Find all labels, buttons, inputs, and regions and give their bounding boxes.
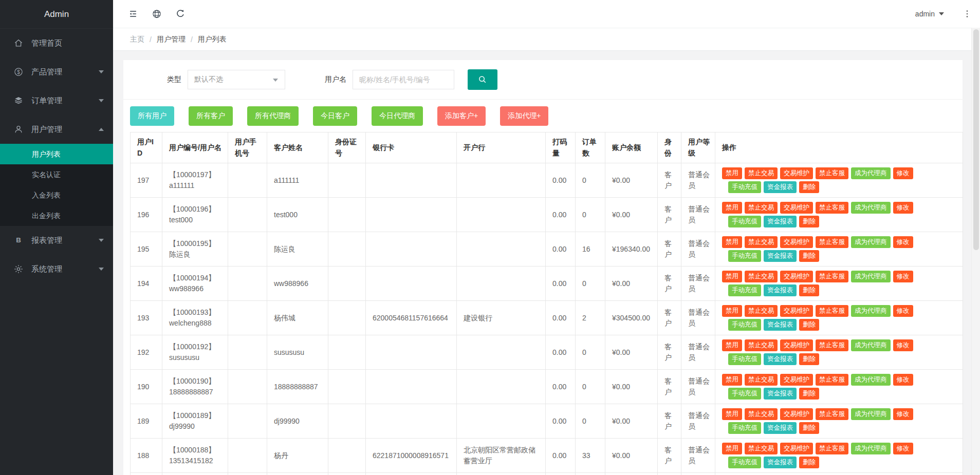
ban-service-button[interactable]: 禁止客服 (816, 305, 848, 317)
edit-button[interactable]: 修改 (893, 339, 913, 351)
delete-button[interactable]: 删除 (799, 422, 819, 434)
edit-button[interactable]: 修改 (893, 202, 913, 214)
fund-report-button[interactable]: 资金报表 (764, 457, 797, 468)
sidebar-subitem-deposit-list[interactable]: 入金列表 (0, 185, 113, 205)
breadcrumb-item[interactable]: 用户管理 (157, 35, 186, 44)
sidebar-item-users[interactable]: 用户管理 (0, 115, 113, 144)
delete-button[interactable]: 删除 (799, 284, 819, 296)
ban-service-button[interactable]: 禁止客服 (816, 408, 848, 420)
trade-maintenance-button[interactable]: 交易维护 (780, 271, 813, 282)
disable-button[interactable]: 禁用 (722, 202, 742, 214)
ban-trade-button[interactable]: 禁止交易 (745, 374, 778, 386)
fund-report-button[interactable]: 资金报表 (764, 250, 797, 262)
all-customers-button[interactable]: 所有客户 (189, 106, 233, 126)
menu-fold-icon[interactable] (121, 0, 145, 28)
manual-recharge-button[interactable]: 手动充值 (728, 216, 761, 227)
kebab-menu-icon[interactable] (959, 0, 975, 28)
fund-report-button[interactable]: 资金报表 (764, 353, 797, 365)
manual-recharge-button[interactable]: 手动充值 (728, 181, 761, 193)
sidebar-subitem-user-list[interactable]: 用户列表 (0, 144, 113, 164)
fund-report-button[interactable]: 资金报表 (764, 422, 797, 434)
today-customers-button[interactable]: 今日客户 (313, 106, 357, 126)
ban-service-button[interactable]: 禁止客服 (816, 202, 848, 214)
sidebar-subitem-withdraw-list[interactable]: 出金列表 (0, 205, 113, 226)
become-agent-button[interactable]: 成为代理商 (851, 236, 891, 248)
breadcrumb-item[interactable]: 用户列表 (198, 35, 227, 44)
fund-report-button[interactable]: 资金报表 (764, 216, 797, 227)
breadcrumb-item[interactable]: 主页 (130, 35, 144, 44)
fund-report-button[interactable]: 资金报表 (764, 284, 797, 296)
edit-button[interactable]: 修改 (893, 271, 913, 282)
scrollbar-thumb[interactable] (973, 29, 979, 250)
become-agent-button[interactable]: 成为代理商 (851, 374, 891, 386)
manual-recharge-button[interactable]: 手动充值 (728, 353, 761, 365)
manual-recharge-button[interactable]: 手动充值 (728, 422, 761, 434)
edit-button[interactable]: 修改 (893, 374, 913, 386)
disable-button[interactable]: 禁用 (722, 305, 742, 317)
disable-button[interactable]: 禁用 (722, 374, 742, 386)
add-customer-button[interactable]: 添加客户+ (437, 106, 486, 126)
sidebar-item-reports[interactable]: B报表管理 (0, 226, 113, 255)
ban-trade-button[interactable]: 禁止交易 (745, 271, 778, 282)
trade-maintenance-button[interactable]: 交易维护 (780, 374, 813, 386)
trade-maintenance-button[interactable]: 交易维护 (780, 408, 813, 420)
sidebar-item-orders[interactable]: 订单管理 (0, 86, 113, 115)
all-agents-button[interactable]: 所有代理商 (247, 106, 299, 126)
ban-service-button[interactable]: 禁止客服 (816, 271, 848, 282)
scrollbar[interactable] (971, 28, 980, 475)
disable-button[interactable]: 禁用 (722, 167, 742, 179)
ban-trade-button[interactable]: 禁止交易 (745, 339, 778, 351)
edit-button[interactable]: 修改 (893, 443, 913, 454)
sidebar-item-products[interactable]: $产品管理 (0, 58, 113, 86)
fund-report-button[interactable]: 资金报表 (764, 319, 797, 331)
ban-service-button[interactable]: 禁止客服 (816, 167, 848, 179)
disable-button[interactable]: 禁用 (722, 408, 742, 420)
ban-trade-button[interactable]: 禁止交易 (745, 305, 778, 317)
trade-maintenance-button[interactable]: 交易维护 (780, 167, 813, 179)
ban-trade-button[interactable]: 禁止交易 (745, 202, 778, 214)
delete-button[interactable]: 删除 (799, 319, 819, 331)
ban-trade-button[interactable]: 禁止交易 (745, 236, 778, 248)
fund-report-button[interactable]: 资金报表 (764, 181, 797, 193)
delete-button[interactable]: 删除 (799, 181, 819, 193)
ban-service-button[interactable]: 禁止客服 (816, 374, 848, 386)
all-users-button[interactable]: 所有用户 (130, 106, 174, 126)
trade-maintenance-button[interactable]: 交易维护 (780, 339, 813, 351)
delete-button[interactable]: 删除 (799, 457, 819, 468)
become-agent-button[interactable]: 成为代理商 (851, 443, 891, 454)
ban-trade-button[interactable]: 禁止交易 (745, 167, 778, 179)
become-agent-button[interactable]: 成为代理商 (851, 339, 891, 351)
sidebar-subitem-realname-auth[interactable]: 实名认证 (0, 164, 113, 185)
delete-button[interactable]: 删除 (799, 388, 819, 400)
trade-maintenance-button[interactable]: 交易维护 (780, 202, 813, 214)
disable-button[interactable]: 禁用 (722, 236, 742, 248)
sidebar-item-home[interactable]: 管理首页 (0, 29, 113, 58)
sidebar-item-system[interactable]: 系统管理 (0, 255, 113, 283)
user-menu[interactable]: admin (915, 10, 944, 18)
manual-recharge-button[interactable]: 手动充值 (728, 457, 761, 468)
delete-button[interactable]: 删除 (799, 250, 819, 262)
manual-recharge-button[interactable]: 手动充值 (728, 250, 761, 262)
become-agent-button[interactable]: 成为代理商 (851, 305, 891, 317)
become-agent-button[interactable]: 成为代理商 (851, 271, 891, 282)
manual-recharge-button[interactable]: 手动充值 (728, 284, 761, 296)
add-agent-button[interactable]: 添加代理+ (500, 106, 548, 126)
edit-button[interactable]: 修改 (893, 167, 913, 179)
ban-trade-button[interactable]: 禁止交易 (745, 443, 778, 454)
ban-trade-button[interactable]: 禁止交易 (745, 408, 778, 420)
trade-maintenance-button[interactable]: 交易维护 (780, 305, 813, 317)
refresh-icon[interactable] (169, 0, 192, 28)
edit-button[interactable]: 修改 (893, 305, 913, 317)
username-input[interactable] (353, 70, 454, 89)
trade-maintenance-button[interactable]: 交易维护 (780, 443, 813, 454)
edit-button[interactable]: 修改 (893, 408, 913, 420)
delete-button[interactable]: 删除 (799, 353, 819, 365)
disable-button[interactable]: 禁用 (722, 339, 742, 351)
trade-maintenance-button[interactable]: 交易维护 (780, 236, 813, 248)
edit-button[interactable]: 修改 (893, 236, 913, 248)
today-agents-button[interactable]: 今日代理商 (372, 106, 423, 126)
search-button[interactable] (468, 69, 497, 90)
ban-service-button[interactable]: 禁止客服 (816, 339, 848, 351)
delete-button[interactable]: 删除 (799, 216, 819, 227)
disable-button[interactable]: 禁用 (722, 271, 742, 282)
